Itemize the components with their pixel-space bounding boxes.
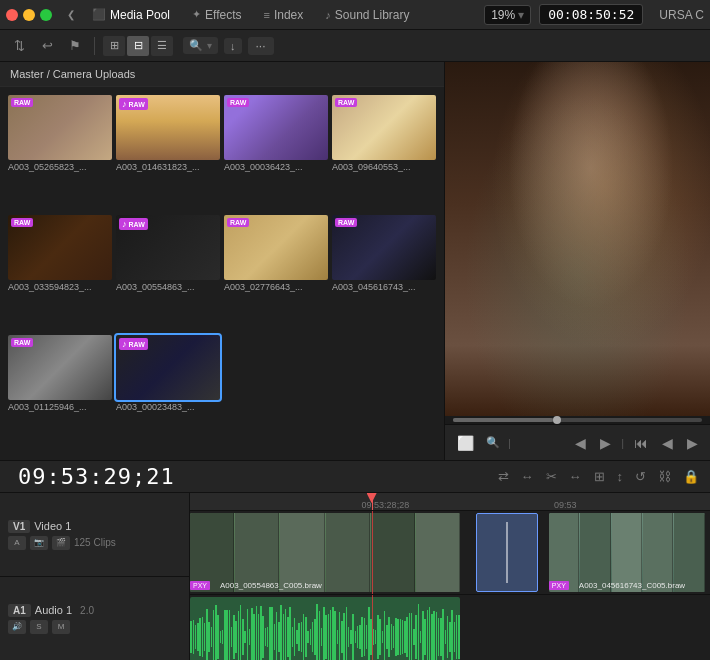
prev-frame-icon[interactable]: ◀ bbox=[571, 433, 590, 453]
slip-icon[interactable]: ↔ bbox=[566, 467, 585, 486]
audio-track-header: A1 Audio 1 2.0 🔊 S M bbox=[0, 577, 189, 660]
note-icon: ♪ bbox=[122, 99, 127, 109]
film-icon[interactable]: 🎬 bbox=[52, 536, 70, 550]
traffic-lights bbox=[6, 9, 52, 21]
ripple-icon[interactable]: ⇄ bbox=[495, 467, 512, 486]
auto-icon[interactable]: A bbox=[8, 536, 26, 550]
scrubber-fill bbox=[453, 418, 553, 422]
video-clip-right[interactable]: PXY A003_045616743_C005.braw bbox=[549, 513, 705, 592]
trim-icon[interactable]: ↔ bbox=[518, 467, 537, 486]
timeline-tracks: 09:53:28;28 09:53 bbox=[190, 493, 710, 660]
video-track-header: V1 Video 1 A 📷 🎬 125 Clips bbox=[0, 493, 189, 577]
top-nav: ❮ ⬛ Media Pool ✦ Effects ≡ Index ♪ Sound… bbox=[0, 0, 710, 30]
preview-scrubber[interactable] bbox=[453, 418, 702, 422]
raw-badge: RAW bbox=[11, 338, 33, 347]
list-item[interactable]: ♪ RAW A003_00023483_... bbox=[116, 335, 220, 451]
breadcrumb: Master / Camera Uploads bbox=[0, 62, 444, 87]
media-label: A003_00554863_... bbox=[116, 280, 220, 294]
sound-library-icon: ♪ bbox=[325, 9, 331, 21]
search-bar[interactable]: 🔍 ▾ bbox=[183, 37, 218, 54]
track-id-label: V1 bbox=[8, 520, 30, 533]
media-label: A003_014631823_... bbox=[116, 160, 220, 174]
tab-index[interactable]: ≡ Index bbox=[254, 1, 314, 29]
video-track-content: PXY A003_00554863_C005.braw bbox=[190, 511, 710, 595]
list-view-button[interactable]: ☰ bbox=[151, 36, 173, 56]
zoom-icon[interactable]: 🔍 bbox=[482, 434, 504, 451]
more-options-button[interactable]: ··· bbox=[248, 37, 274, 55]
step-back-icon[interactable]: ◀ bbox=[658, 433, 677, 453]
media-thumbnail: RAW bbox=[8, 95, 112, 160]
list-item[interactable]: RAW A003_02776643_... bbox=[224, 215, 328, 331]
tab-effects[interactable]: ✦ Effects bbox=[182, 1, 251, 29]
minimize-button[interactable] bbox=[23, 9, 35, 21]
camera-icon[interactable]: 📷 bbox=[30, 536, 48, 550]
link-icon[interactable]: ⛓ bbox=[655, 467, 674, 486]
raw-badge: RAW bbox=[11, 218, 33, 227]
list-item[interactable]: RAW A003_09640553_... bbox=[332, 95, 436, 211]
tab-media-pool[interactable]: ⬛ Media Pool bbox=[82, 1, 180, 29]
nav-back-icon[interactable]: ❮ bbox=[62, 6, 80, 24]
raw-badge: ♪ RAW bbox=[119, 338, 148, 350]
razor-icon[interactable]: ✂ bbox=[543, 467, 560, 486]
sort-button[interactable]: ↓ bbox=[224, 38, 242, 54]
tab-sound-library[interactable]: ♪ Sound Library bbox=[315, 1, 419, 29]
separator-1 bbox=[94, 37, 95, 55]
raw-badge: RAW bbox=[11, 98, 33, 107]
raw-badge-label: RAW bbox=[338, 219, 354, 226]
media-thumbnail: RAW bbox=[8, 215, 112, 280]
audio-clip[interactable]: A003_00554863_C005.braw bbox=[190, 597, 460, 660]
slide-icon[interactable]: ⊞ bbox=[591, 467, 608, 486]
flag-icon[interactable]: ⚑ bbox=[64, 35, 86, 57]
list-item[interactable]: RAW A003_033594823_... bbox=[8, 215, 112, 331]
close-button[interactable] bbox=[6, 9, 18, 21]
solo-button[interactable]: S bbox=[30, 620, 48, 634]
preview-overlay bbox=[445, 62, 710, 416]
app-title: URSA C bbox=[659, 8, 704, 22]
media-pool-panel: Master / Camera Uploads RAW A003_0526582… bbox=[0, 62, 445, 460]
skip-back-icon[interactable]: ⏮ bbox=[630, 433, 652, 453]
undo-icon[interactable]: ↩ bbox=[36, 35, 58, 57]
video-clip-selected[interactable] bbox=[476, 513, 538, 592]
playhead-a1 bbox=[372, 595, 373, 660]
raw-badge-label: RAW bbox=[14, 339, 30, 346]
list-item[interactable]: RAW A003_00036423_... bbox=[224, 95, 328, 211]
raw-badge-label: RAW bbox=[230, 219, 246, 226]
effects-icon: ✦ bbox=[192, 8, 201, 21]
audio-track-controls: 🔊 S M bbox=[8, 620, 181, 634]
audio-icon[interactable]: 🔊 bbox=[8, 620, 26, 634]
track-name-label: Video 1 bbox=[34, 520, 71, 532]
media-label: A003_00036423_... bbox=[224, 160, 328, 174]
divider-2: | bbox=[621, 437, 624, 449]
grid-view-button[interactable]: ⊟ bbox=[127, 36, 149, 56]
clip-frame-indicator bbox=[477, 514, 537, 591]
video-clip-main[interactable]: PXY A003_00554863_C005.braw bbox=[190, 513, 460, 592]
playhead[interactable] bbox=[372, 493, 373, 510]
secondary-toolbar: ⇅ ↩ ⚑ ⊞ ⊟ ☰ 🔍 ▾ ↓ ··· bbox=[0, 30, 710, 62]
zoom-display[interactable]: 19% ▾ bbox=[484, 5, 531, 25]
scrubber-handle[interactable] bbox=[553, 416, 561, 424]
list-item[interactable]: ♪ RAW A003_00554863_... bbox=[116, 215, 220, 331]
media-thumbnail: RAW bbox=[332, 95, 436, 160]
list-item[interactable]: RAW A003_05265823_... bbox=[8, 95, 112, 211]
list-item[interactable]: RAW A003_01125946_... bbox=[8, 335, 112, 451]
play-icon[interactable]: ▶ bbox=[683, 433, 702, 453]
clip-center-line bbox=[506, 522, 508, 584]
thumb-frame bbox=[326, 513, 370, 592]
mute-button[interactable]: M bbox=[52, 620, 70, 634]
next-frame-icon[interactable]: ▶ bbox=[596, 433, 615, 453]
maximize-button[interactable] bbox=[40, 9, 52, 21]
undo-tl-icon[interactable]: ↺ bbox=[632, 467, 649, 486]
timeline-area: 09:53:29;21 ⇄ ↔ ✂ ↔ ⊞ ↕ ↺ ⛓ 🔒 V1 Video 1… bbox=[0, 460, 710, 660]
list-item[interactable]: ♪ RAW A003_014631823_... bbox=[116, 95, 220, 211]
lock-icon[interactable]: 🔒 bbox=[680, 467, 702, 486]
media-grid: RAW A003_05265823_... ♪ RAW A003_0146318… bbox=[0, 87, 444, 459]
frame-select-icon[interactable]: ⬜ bbox=[453, 433, 478, 453]
media-label: A003_01125946_... bbox=[8, 400, 112, 414]
list-item[interactable]: RAW A003_045616743_... bbox=[332, 215, 436, 331]
speed-icon[interactable]: ↕ bbox=[614, 467, 627, 486]
thumbnail-view-button[interactable]: ⊞ bbox=[103, 36, 125, 56]
main-area: Master / Camera Uploads RAW A003_0526582… bbox=[0, 62, 710, 460]
raw-badge: RAW bbox=[335, 98, 357, 107]
sort-icon[interactable]: ⇅ bbox=[8, 35, 30, 57]
note-icon: ♪ bbox=[122, 339, 127, 349]
